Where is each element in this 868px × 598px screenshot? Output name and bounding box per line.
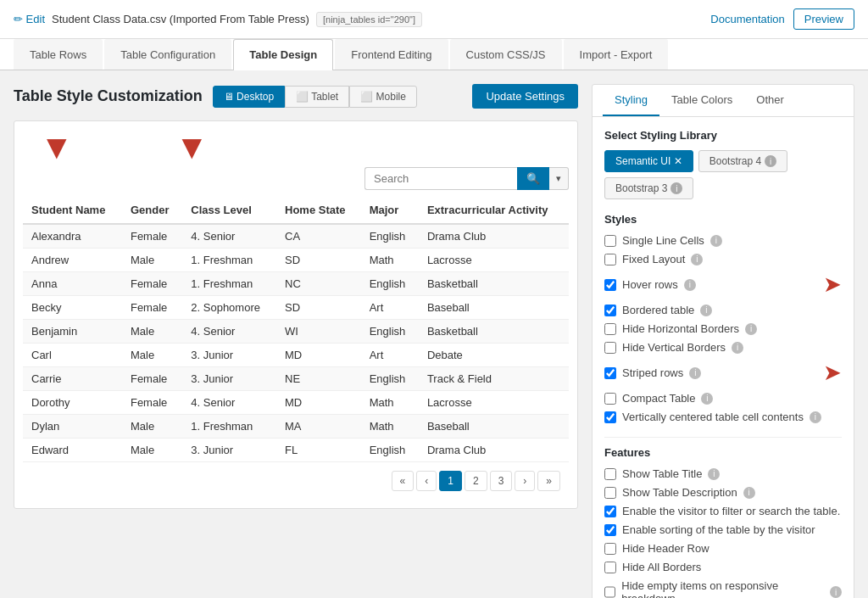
show-table-title-checkbox[interactable] xyxy=(604,468,616,480)
hide-empty-items-checkbox[interactable] xyxy=(604,586,615,598)
page-last-button[interactable]: » xyxy=(537,471,560,491)
edit-link[interactable]: ✏ Edit xyxy=(14,13,45,25)
col-major: Major xyxy=(361,197,419,224)
tab-custom-css-js[interactable]: Custom CSS/JS xyxy=(450,39,562,70)
tab-table-configuration[interactable]: Table Configuration xyxy=(104,39,231,70)
section-divider xyxy=(604,437,842,438)
library-section-title: Select Styling Library xyxy=(604,129,842,142)
table-cell: Dylan xyxy=(23,415,122,439)
page-prev-button[interactable]: ‹ xyxy=(416,471,437,491)
hide-horizontal-borders-info: i xyxy=(745,323,757,335)
right-tab-table-colors[interactable]: Table Colors xyxy=(659,85,744,116)
arrow-center-icon: ▼ xyxy=(175,130,209,164)
page-next-button[interactable]: › xyxy=(515,471,535,491)
table-row: AndrewMale1. FreshmanSDMathLacrosse xyxy=(23,249,569,272)
lib-btn-bootstrap4[interactable]: Bootstrap 4 i xyxy=(698,150,787,172)
search-dropdown-button[interactable]: ▾ xyxy=(549,167,569,190)
page-2-button[interactable]: 2 xyxy=(465,471,487,491)
page-first-button[interactable]: « xyxy=(392,471,415,491)
style-hide-horizontal-borders: Hide Horizontal Borders i xyxy=(604,322,842,335)
show-table-description-checkbox[interactable] xyxy=(604,487,616,499)
search-button[interactable]: 🔍 xyxy=(517,167,549,190)
tab-navigation: Table Rows Table Configuration Table Des… xyxy=(0,39,868,70)
table-cell: English xyxy=(361,224,419,249)
table-cell: MD xyxy=(276,391,361,415)
style-header: Table Style Customization 🖥 Desktop ⬜ Ta… xyxy=(14,84,578,109)
single-line-cells-checkbox[interactable] xyxy=(604,235,616,247)
table-cell: English xyxy=(361,367,419,391)
library-buttons: Semantic UI ✕ Bootstrap 4 i Bootstrap 3 … xyxy=(604,150,842,199)
table-cell: 4. Senior xyxy=(182,224,276,249)
table-cell: Art xyxy=(361,296,419,320)
table-cell: Male xyxy=(122,249,182,272)
table-cell: SD xyxy=(276,249,361,272)
style-customization-title: Table Style Customization xyxy=(14,87,203,105)
device-btn-mobile[interactable]: ⬜ Mobile xyxy=(349,86,417,108)
table-row: DylanMale1. FreshmanMAMathBaseball xyxy=(23,415,569,439)
main-content: Table Style Customization 🖥 Desktop ⬜ Ta… xyxy=(0,70,868,598)
hover-rows-arrow-icon: ➤ xyxy=(823,271,842,298)
tab-frontend-editing[interactable]: Frontend Editing xyxy=(335,39,448,70)
table-cell: Alexandra xyxy=(23,224,122,249)
device-btn-tablet[interactable]: ⬜ Tablet xyxy=(285,86,349,108)
hide-vertical-borders-checkbox[interactable] xyxy=(604,342,616,354)
right-tab-styling[interactable]: Styling xyxy=(603,85,659,116)
enable-filter-checkbox[interactable] xyxy=(604,506,616,517)
table-cell: Math xyxy=(361,249,419,272)
show-table-title-info: i xyxy=(708,468,720,480)
table-cell: Basketball xyxy=(419,272,569,296)
hide-vertical-borders-info: i xyxy=(732,342,743,354)
table-cell: Track & Field xyxy=(419,367,569,391)
table-row: AnnaFemale1. FreshmanNCEnglishBasketball xyxy=(23,272,569,296)
vertically-centered-label: Vertically centered table cell contents xyxy=(622,411,804,423)
style-bordered-table: Bordered table i xyxy=(604,304,842,316)
hide-all-borders-checkbox[interactable] xyxy=(604,562,616,573)
table-cell: 1. Freshman xyxy=(182,415,276,439)
table-row: CarrieFemale3. JuniorNEEnglishTrack & Fi… xyxy=(23,367,569,391)
hide-header-row-checkbox[interactable] xyxy=(604,543,616,555)
style-compact-table: Compact Table i xyxy=(604,392,842,405)
table-cell: Female xyxy=(122,367,182,391)
vertically-centered-info: i xyxy=(810,411,821,423)
features-section: Features Show Table Title i Show Table D… xyxy=(604,446,842,598)
vertically-centered-checkbox[interactable] xyxy=(604,411,616,423)
lib-btn-bootstrap3[interactable]: Bootstrap 3 i xyxy=(604,177,693,199)
single-line-cells-info: i xyxy=(710,235,722,247)
device-btn-desktop[interactable]: 🖥 Desktop xyxy=(213,86,285,108)
col-gender: Gender xyxy=(122,197,182,224)
hide-horizontal-borders-checkbox[interactable] xyxy=(604,323,616,335)
tab-table-rows[interactable]: Table Rows xyxy=(14,39,103,70)
tab-import-export[interactable]: Import - Export xyxy=(564,39,669,70)
table-cell: NE xyxy=(276,367,361,391)
page-3-button[interactable]: 3 xyxy=(490,471,513,491)
style-striped-rows: Striped rows i xyxy=(604,366,816,379)
page-1-button[interactable]: 1 xyxy=(439,471,462,491)
table-cell: 3. Junior xyxy=(182,344,276,367)
bootstrap3-info-icon: i xyxy=(670,182,682,194)
fixed-layout-checkbox[interactable] xyxy=(604,254,616,265)
left-panel: Table Style Customization 🖥 Desktop ⬜ Ta… xyxy=(14,84,578,509)
lib-btn-semantic[interactable]: Semantic UI ✕ xyxy=(604,150,693,172)
table-cell: 4. Senior xyxy=(182,320,276,344)
table-header-row: Student Name Gender Class Level Home Sta… xyxy=(23,197,569,224)
table-cell: Baseball xyxy=(419,296,569,320)
hide-vertical-borders-label: Hide Vertical Borders xyxy=(622,341,726,354)
enable-sorting-checkbox[interactable] xyxy=(604,524,616,536)
compact-table-checkbox[interactable] xyxy=(604,393,616,405)
tab-table-design[interactable]: Table Design xyxy=(233,39,333,70)
preview-button[interactable]: Preview xyxy=(793,8,854,30)
table-cell: Lacrosse xyxy=(419,249,569,272)
table-cell: Math xyxy=(361,391,419,415)
right-tab-other[interactable]: Other xyxy=(744,85,796,116)
bordered-table-checkbox[interactable] xyxy=(604,305,616,316)
table-cell: Dorothy xyxy=(23,391,122,415)
table-cell: NC xyxy=(276,272,361,296)
documentation-link[interactable]: Documentation xyxy=(710,13,784,25)
update-settings-button[interactable]: Update Settings xyxy=(472,84,578,109)
hover-rows-checkbox[interactable] xyxy=(604,279,616,291)
striped-rows-checkbox[interactable] xyxy=(604,367,616,379)
search-input[interactable] xyxy=(364,167,517,190)
compact-table-label: Compact Table xyxy=(622,392,695,405)
hide-header-row-label: Hide Header Row xyxy=(622,542,709,555)
table-cell: CA xyxy=(276,224,361,249)
